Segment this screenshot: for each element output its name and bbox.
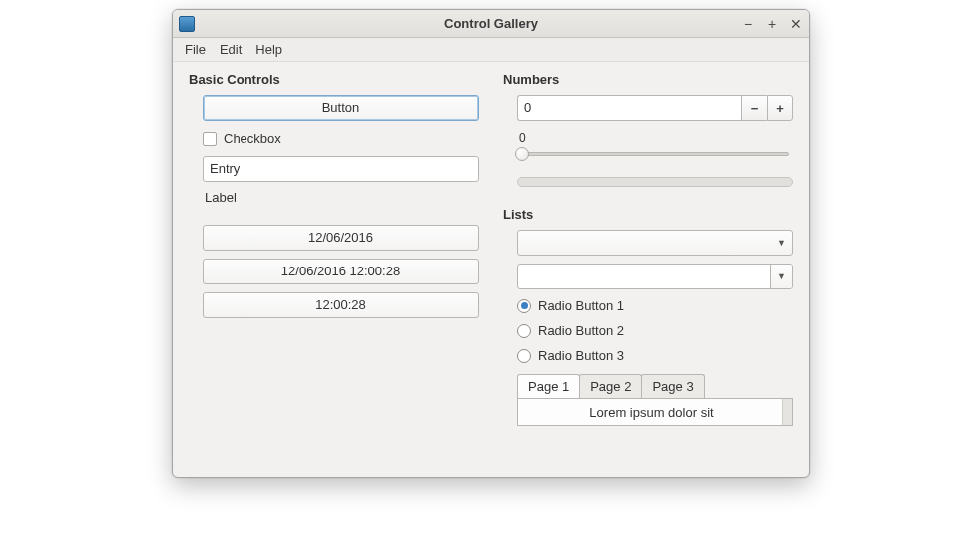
label: Label bbox=[203, 190, 479, 205]
slider-track[interactable] bbox=[517, 147, 793, 161]
progress-bar bbox=[517, 177, 793, 187]
titlebar[interactable]: Control Gallery − + ✕ bbox=[173, 10, 809, 38]
basic-controls-title: Basic Controls bbox=[189, 72, 479, 87]
lists-title: Lists bbox=[503, 207, 793, 222]
numbers-title: Numbers bbox=[503, 72, 793, 87]
slider-rail bbox=[521, 152, 789, 156]
numbers-body: 0 − + 0 bbox=[503, 95, 793, 187]
basic-controls-body: Button Checkbox Entry Label 12/06/2016 1… bbox=[189, 95, 479, 318]
spinbox: 0 − + bbox=[517, 95, 793, 121]
checkbox-label: Checkbox bbox=[224, 131, 281, 146]
tab-strip: Page 1 Page 2 Page 3 bbox=[517, 374, 793, 398]
menu-help[interactable]: Help bbox=[249, 40, 288, 59]
scrollbar[interactable] bbox=[782, 399, 792, 425]
entry-input[interactable]: Entry bbox=[203, 156, 479, 182]
minimize-icon[interactable]: − bbox=[741, 16, 755, 32]
right-column: Numbers 0 − + 0 Lists bbox=[503, 72, 793, 477]
tab-page-1[interactable]: Page 1 bbox=[517, 374, 580, 398]
checkbox-icon[interactable] bbox=[203, 132, 217, 146]
radio-icon[interactable] bbox=[517, 324, 531, 338]
slider-thumb[interactable] bbox=[515, 147, 529, 161]
date-picker[interactable]: 12/06/2016 bbox=[203, 225, 479, 251]
radio-1-label: Radio Button 1 bbox=[538, 298, 624, 313]
basic-controls-column: Basic Controls Button Checkbox Entry Lab… bbox=[189, 72, 479, 477]
app-icon bbox=[179, 16, 195, 32]
menu-file[interactable]: File bbox=[179, 40, 212, 59]
lists-body: ▼ ▼ Radio Button 1 Radio Button 2 Radio … bbox=[503, 230, 793, 426]
datetime-picker[interactable]: 12/06/2016 12:00:28 bbox=[203, 259, 479, 284]
tab-container: Page 1 Page 2 Page 3 Lorem ipsum dolor s… bbox=[517, 372, 793, 426]
window-controls: − + ✕ bbox=[741, 16, 803, 32]
radio-icon[interactable] bbox=[517, 299, 531, 313]
tab-page-2[interactable]: Page 2 bbox=[579, 374, 642, 398]
radio-1-row[interactable]: Radio Button 1 bbox=[517, 297, 793, 314]
chevron-down-icon[interactable]: ▼ bbox=[770, 265, 792, 288]
radio-3-row[interactable]: Radio Button 3 bbox=[517, 347, 793, 364]
checkbox-row[interactable]: Checkbox bbox=[203, 129, 479, 148]
spin-input[interactable]: 0 bbox=[517, 95, 741, 121]
radio-3-label: Radio Button 3 bbox=[538, 348, 624, 363]
tab-panel: Lorem ipsum dolor sit bbox=[517, 398, 793, 426]
editable-combobox[interactable]: ▼ bbox=[517, 264, 793, 289]
menu-edit[interactable]: Edit bbox=[214, 40, 247, 59]
maximize-icon[interactable]: + bbox=[765, 16, 779, 32]
lorem-text: Lorem ipsum dolor sit bbox=[526, 405, 776, 425]
slider: 0 bbox=[517, 129, 793, 161]
radio-2-label: Radio Button 2 bbox=[538, 323, 624, 338]
time-picker[interactable]: 12:00:28 bbox=[203, 292, 479, 318]
tab-page-3[interactable]: Page 3 bbox=[641, 374, 704, 398]
close-icon[interactable]: ✕ bbox=[789, 16, 803, 32]
chevron-down-icon: ▼ bbox=[777, 238, 786, 248]
spin-increment-button[interactable]: + bbox=[767, 95, 793, 121]
menubar: File Edit Help bbox=[173, 38, 809, 62]
content-area: Basic Controls Button Checkbox Entry Lab… bbox=[173, 62, 809, 477]
spin-decrement-button[interactable]: − bbox=[741, 95, 767, 121]
slider-value-label: 0 bbox=[517, 131, 793, 145]
radio-2-row[interactable]: Radio Button 2 bbox=[517, 322, 793, 339]
window: Control Gallery − + ✕ File Edit Help Bas… bbox=[172, 9, 810, 478]
combobox[interactable]: ▼ bbox=[517, 230, 793, 256]
button[interactable]: Button bbox=[203, 95, 479, 121]
radio-icon[interactable] bbox=[517, 349, 531, 363]
window-title: Control Gallery bbox=[173, 16, 809, 31]
